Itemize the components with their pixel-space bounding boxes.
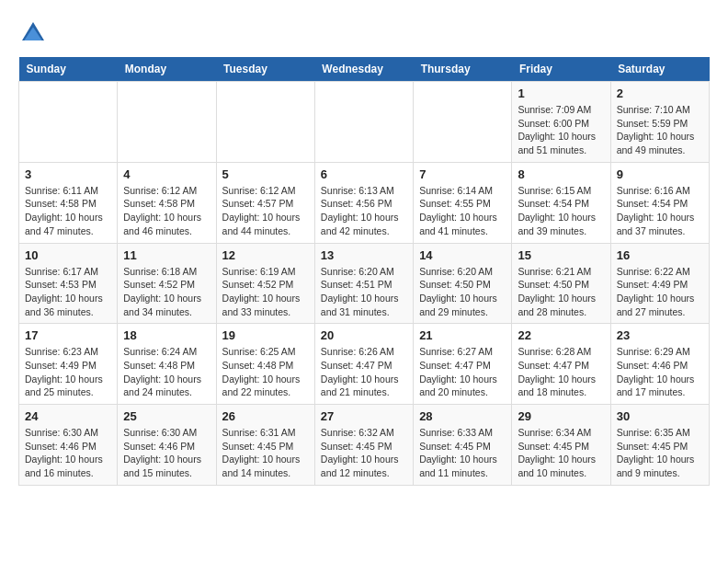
- day-number: 9: [617, 167, 703, 181]
- day-number: 24: [25, 409, 111, 423]
- day-info: Sunrise: 6:15 AM Sunset: 4:54 PM Dayligh…: [518, 184, 604, 238]
- calendar-cell: [314, 82, 413, 163]
- calendar-cell: 23Sunrise: 6:29 AM Sunset: 4:46 PM Dayli…: [610, 324, 709, 405]
- calendar-cell: [414, 82, 512, 163]
- calendar-cell: 25Sunrise: 6:30 AM Sunset: 4:46 PM Dayli…: [118, 405, 216, 486]
- day-info: Sunrise: 6:35 AM Sunset: 4:45 PM Dayligh…: [617, 426, 703, 480]
- day-info: Sunrise: 6:28 AM Sunset: 4:47 PM Dayligh…: [518, 345, 604, 399]
- day-info: Sunrise: 6:22 AM Sunset: 4:49 PM Dayligh…: [617, 265, 703, 319]
- page-header: [18, 18, 710, 48]
- calendar-cell: 20Sunrise: 6:26 AM Sunset: 4:47 PM Dayli…: [314, 324, 413, 405]
- day-number: 8: [518, 167, 604, 181]
- calendar-cell: 4Sunrise: 6:12 AM Sunset: 4:58 PM Daylig…: [118, 162, 216, 243]
- day-number: 3: [25, 167, 111, 181]
- header-wednesday: Wednesday: [314, 57, 413, 82]
- day-info: Sunrise: 6:20 AM Sunset: 4:50 PM Dayligh…: [419, 265, 506, 319]
- calendar-cell: 5Sunrise: 6:12 AM Sunset: 4:57 PM Daylig…: [216, 162, 314, 243]
- day-info: Sunrise: 6:24 AM Sunset: 4:48 PM Dayligh…: [123, 345, 210, 399]
- day-number: 29: [518, 409, 604, 423]
- day-info: Sunrise: 6:31 AM Sunset: 4:45 PM Dayligh…: [222, 426, 309, 480]
- day-info: Sunrise: 6:12 AM Sunset: 4:57 PM Dayligh…: [222, 184, 309, 238]
- header-tuesday: Tuesday: [216, 57, 314, 82]
- day-info: Sunrise: 6:11 AM Sunset: 4:58 PM Dayligh…: [25, 184, 111, 238]
- day-number: 17: [25, 328, 111, 342]
- calendar-cell: 22Sunrise: 6:28 AM Sunset: 4:47 PM Dayli…: [512, 324, 610, 405]
- day-info: Sunrise: 6:32 AM Sunset: 4:45 PM Dayligh…: [321, 426, 407, 480]
- day-number: 19: [222, 328, 309, 342]
- calendar-cell: 9Sunrise: 6:16 AM Sunset: 4:54 PM Daylig…: [610, 162, 709, 243]
- day-number: 23: [617, 328, 703, 342]
- calendar-header: SundayMondayTuesdayWednesdayThursdayFrid…: [19, 57, 710, 82]
- calendar-week-0: 1Sunrise: 7:09 AM Sunset: 6:00 PM Daylig…: [19, 82, 710, 163]
- day-number: 11: [123, 248, 210, 262]
- calendar-cell: 3Sunrise: 6:11 AM Sunset: 4:58 PM Daylig…: [19, 162, 118, 243]
- day-number: 4: [123, 167, 210, 181]
- day-info: Sunrise: 6:34 AM Sunset: 4:45 PM Dayligh…: [518, 426, 604, 480]
- calendar-cell: 17Sunrise: 6:23 AM Sunset: 4:49 PM Dayli…: [19, 324, 118, 405]
- day-info: Sunrise: 6:23 AM Sunset: 4:49 PM Dayligh…: [25, 345, 111, 399]
- header-row: SundayMondayTuesdayWednesdayThursdayFrid…: [19, 57, 710, 82]
- day-info: Sunrise: 6:16 AM Sunset: 4:54 PM Dayligh…: [617, 184, 703, 238]
- day-number: 25: [123, 409, 210, 423]
- day-number: 13: [321, 248, 407, 262]
- calendar-cell: 16Sunrise: 6:22 AM Sunset: 4:49 PM Dayli…: [610, 243, 709, 324]
- calendar-week-2: 10Sunrise: 6:17 AM Sunset: 4:53 PM Dayli…: [19, 243, 710, 324]
- calendar-cell: 2Sunrise: 7:10 AM Sunset: 5:59 PM Daylig…: [610, 82, 709, 163]
- day-number: 18: [123, 328, 210, 342]
- calendar-cell: 7Sunrise: 6:14 AM Sunset: 4:55 PM Daylig…: [414, 162, 512, 243]
- header-thursday: Thursday: [414, 57, 512, 82]
- day-info: Sunrise: 7:10 AM Sunset: 5:59 PM Dayligh…: [617, 103, 703, 157]
- day-info: Sunrise: 6:12 AM Sunset: 4:58 PM Dayligh…: [123, 184, 210, 238]
- day-number: 28: [419, 409, 506, 423]
- day-number: 30: [617, 409, 703, 423]
- header-friday: Friday: [512, 57, 610, 82]
- calendar-cell: 29Sunrise: 6:34 AM Sunset: 4:45 PM Dayli…: [512, 405, 610, 486]
- calendar-cell: 6Sunrise: 6:13 AM Sunset: 4:56 PM Daylig…: [314, 162, 413, 243]
- day-number: 16: [617, 248, 703, 262]
- day-info: Sunrise: 6:17 AM Sunset: 4:53 PM Dayligh…: [25, 265, 111, 319]
- day-info: Sunrise: 6:21 AM Sunset: 4:50 PM Dayligh…: [518, 265, 604, 319]
- calendar-cell: 18Sunrise: 6:24 AM Sunset: 4:48 PM Dayli…: [118, 324, 216, 405]
- day-number: 14: [419, 248, 506, 262]
- calendar-cell: 14Sunrise: 6:20 AM Sunset: 4:50 PM Dayli…: [414, 243, 512, 324]
- calendar-cell: 13Sunrise: 6:20 AM Sunset: 4:51 PM Dayli…: [314, 243, 413, 324]
- day-info: Sunrise: 6:19 AM Sunset: 4:52 PM Dayligh…: [222, 265, 309, 319]
- day-info: Sunrise: 6:29 AM Sunset: 4:46 PM Dayligh…: [617, 345, 703, 399]
- day-info: Sunrise: 6:13 AM Sunset: 4:56 PM Dayligh…: [321, 184, 407, 238]
- day-info: Sunrise: 6:18 AM Sunset: 4:52 PM Dayligh…: [123, 265, 210, 319]
- day-info: Sunrise: 6:20 AM Sunset: 4:51 PM Dayligh…: [321, 265, 407, 319]
- day-number: 2: [617, 86, 703, 100]
- calendar-cell: 28Sunrise: 6:33 AM Sunset: 4:45 PM Dayli…: [414, 405, 512, 486]
- day-number: 6: [321, 167, 407, 181]
- calendar-cell: [19, 82, 118, 163]
- day-number: 21: [419, 328, 506, 342]
- header-saturday: Saturday: [610, 57, 709, 82]
- calendar-cell: 24Sunrise: 6:30 AM Sunset: 4:46 PM Dayli…: [19, 405, 118, 486]
- calendar-body: 1Sunrise: 7:09 AM Sunset: 6:00 PM Daylig…: [19, 82, 710, 486]
- day-info: Sunrise: 6:30 AM Sunset: 4:46 PM Dayligh…: [123, 426, 210, 480]
- calendar-cell: 12Sunrise: 6:19 AM Sunset: 4:52 PM Dayli…: [216, 243, 314, 324]
- calendar-cell: 8Sunrise: 6:15 AM Sunset: 4:54 PM Daylig…: [512, 162, 610, 243]
- calendar-table: SundayMondayTuesdayWednesdayThursdayFrid…: [18, 57, 710, 486]
- calendar-cell: 15Sunrise: 6:21 AM Sunset: 4:50 PM Dayli…: [512, 243, 610, 324]
- calendar-cell: 19Sunrise: 6:25 AM Sunset: 4:48 PM Dayli…: [216, 324, 314, 405]
- day-info: Sunrise: 6:14 AM Sunset: 4:55 PM Dayligh…: [419, 184, 506, 238]
- calendar-cell: 27Sunrise: 6:32 AM Sunset: 4:45 PM Dayli…: [314, 405, 413, 486]
- logo-icon: [18, 18, 48, 48]
- header-monday: Monday: [118, 57, 216, 82]
- calendar-cell: 26Sunrise: 6:31 AM Sunset: 4:45 PM Dayli…: [216, 405, 314, 486]
- day-number: 10: [25, 248, 111, 262]
- calendar-week-1: 3Sunrise: 6:11 AM Sunset: 4:58 PM Daylig…: [19, 162, 710, 243]
- day-number: 20: [321, 328, 407, 342]
- calendar-cell: 1Sunrise: 7:09 AM Sunset: 6:00 PM Daylig…: [512, 82, 610, 163]
- day-info: Sunrise: 6:26 AM Sunset: 4:47 PM Dayligh…: [321, 345, 407, 399]
- day-info: Sunrise: 6:33 AM Sunset: 4:45 PM Dayligh…: [419, 426, 506, 480]
- calendar-cell: 30Sunrise: 6:35 AM Sunset: 4:45 PM Dayli…: [610, 405, 709, 486]
- header-sunday: Sunday: [19, 57, 118, 82]
- calendar-week-3: 17Sunrise: 6:23 AM Sunset: 4:49 PM Dayli…: [19, 324, 710, 405]
- day-number: 5: [222, 167, 309, 181]
- day-number: 1: [518, 86, 604, 100]
- day-number: 15: [518, 248, 604, 262]
- logo: [18, 18, 53, 48]
- day-number: 7: [419, 167, 506, 181]
